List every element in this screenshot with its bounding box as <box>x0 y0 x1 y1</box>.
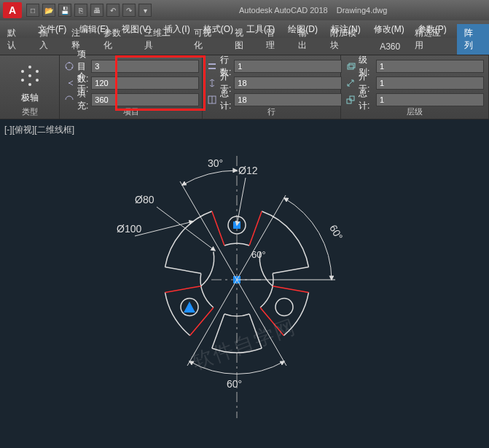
svg-point-32 <box>275 299 293 316</box>
qat-save-icon[interactable]: 💾 <box>58 4 71 17</box>
svg-rect-17 <box>347 99 351 103</box>
tab-output[interactable]: 输出 <box>291 24 323 55</box>
svg-point-2 <box>36 70 39 73</box>
levels-total-input[interactable] <box>376 93 484 106</box>
dim-d12: Ø12 <box>238 165 258 176</box>
svg-point-11 <box>69 82 70 84</box>
svg-point-6 <box>21 70 24 73</box>
svg-point-10 <box>66 67 67 68</box>
tab-visualize[interactable]: 可视化 <box>187 24 227 55</box>
tab-3dtools[interactable]: 三维工具 <box>137 24 187 55</box>
menu-modify[interactable]: 修改(M) <box>368 21 410 38</box>
polar-array-label: 极轴 <box>21 92 39 104</box>
app-logo[interactable]: A <box>3 2 22 18</box>
svg-marker-36 <box>184 302 195 313</box>
quick-access-toolbar: □ 📂 💾 ⎘ 🖶 ↶ ↷ ▾ <box>26 4 152 17</box>
svg-line-25 <box>165 286 201 293</box>
svg-point-7 <box>66 63 73 70</box>
tab-featured[interactable]: 精选应用 <box>407 24 457 55</box>
rows-total-icon <box>207 95 217 105</box>
svg-rect-16 <box>349 63 355 68</box>
panel-items-title: 项目 <box>60 106 202 117</box>
levels-total-icon <box>345 95 356 105</box>
tab-manage[interactable]: 管理 <box>259 24 291 55</box>
tab-default[interactable]: 默认 <box>0 24 32 55</box>
items-count-icon <box>64 61 74 71</box>
svg-rect-18 <box>350 96 354 101</box>
svg-line-24 <box>260 307 283 335</box>
tab-addins[interactable]: 附加模块 <box>323 24 372 55</box>
svg-point-8 <box>69 62 70 63</box>
items-between-input[interactable] <box>91 76 199 90</box>
dim-d100: Ø100 <box>117 223 141 235</box>
rows-count-icon <box>207 61 217 71</box>
qat-plot-icon[interactable]: 🖶 <box>90 4 103 17</box>
tab-parametric[interactable]: 参数化 <box>96 24 137 55</box>
qat-dropdown-icon[interactable]: ▾ <box>138 4 152 17</box>
qat-new-icon[interactable]: □ <box>26 4 39 17</box>
panel-items: 项目数: 介于: 填充: 项目 <box>60 55 203 119</box>
levels-between-input[interactable] <box>376 76 484 90</box>
polar-array-icon[interactable] <box>15 61 44 90</box>
svg-point-5 <box>21 79 24 82</box>
qat-undo-icon[interactable]: ↶ <box>106 4 120 17</box>
svg-line-28 <box>165 267 201 274</box>
ribbon-tabs: 默认 插入 注释 参数化 三维工具 可视化 视图 管理 输出 附加模块 A360… <box>0 38 489 55</box>
svg-point-9 <box>71 67 73 68</box>
panel-levels-title: 层级 <box>341 106 488 117</box>
tab-view[interactable]: 视图 <box>227 24 259 55</box>
panel-levels: 级别: 介于: 总计: 层级 <box>341 55 489 119</box>
tab-array[interactable]: 阵列 <box>457 24 489 55</box>
items-between-icon <box>64 78 74 88</box>
levels-count-icon <box>345 61 356 71</box>
svg-point-0 <box>28 74 31 77</box>
rows-total-input[interactable] <box>234 93 342 106</box>
svg-point-1 <box>28 66 31 68</box>
rows-count-input[interactable] <box>234 60 342 73</box>
items-fill-icon <box>64 95 74 105</box>
dim-d80: Ø80 <box>135 194 154 205</box>
qat-redo-icon[interactable]: ↷ <box>122 4 136 17</box>
qat-open-icon[interactable]: 📂 <box>42 4 55 17</box>
app-name: Autodesk AutoCAD 2018 <box>239 6 328 15</box>
file-name: Drawing4.dwg <box>337 6 388 15</box>
svg-rect-15 <box>348 65 353 69</box>
tab-a360[interactable]: A360 <box>372 39 407 55</box>
items-count-input[interactable] <box>91 60 199 73</box>
items-fill-input[interactable] <box>91 93 199 106</box>
ribbon: 极轴 类型 项目数: 介于: 填充: 项目 行数: 介于: <box>0 55 489 119</box>
dim-angle-60-bottom: 60° <box>227 378 242 390</box>
dim-angle-60-top: 60° <box>251 249 266 260</box>
rows-between-input[interactable] <box>234 76 342 90</box>
panel-rows: 行数: 介于: 总计: 行 <box>203 55 341 119</box>
rows-between-icon <box>207 78 217 88</box>
levels-between-icon <box>345 78 356 88</box>
panel-type: 极轴 类型 <box>0 55 60 119</box>
svg-rect-12 <box>208 63 216 65</box>
svg-line-23 <box>273 286 308 293</box>
titlebar: A □ 📂 💾 ⎘ 🖶 ↶ ↷ ▾ Autodesk AutoCAD 2018 … <box>0 0 489 20</box>
dim-angle-30: 30° <box>208 157 223 169</box>
tab-insert[interactable]: 插入 <box>32 24 64 55</box>
svg-rect-13 <box>208 68 216 69</box>
svg-line-27 <box>273 267 308 274</box>
levels-count-input[interactable] <box>376 60 484 73</box>
panel-type-title: 类型 <box>0 106 59 117</box>
panel-rows-title: 行 <box>203 106 340 117</box>
drawing-canvas[interactable]: [-][俯视][二维线框] <box>0 119 489 448</box>
svg-point-4 <box>28 83 31 86</box>
svg-point-3 <box>36 79 39 82</box>
model-drawing: 30° Ø12 Ø80 Ø100 60° 60° 60° <box>0 119 489 448</box>
qat-saveas-icon[interactable]: ⎘ <box>74 4 87 17</box>
dim-angle-60-right: 60° <box>327 223 345 242</box>
